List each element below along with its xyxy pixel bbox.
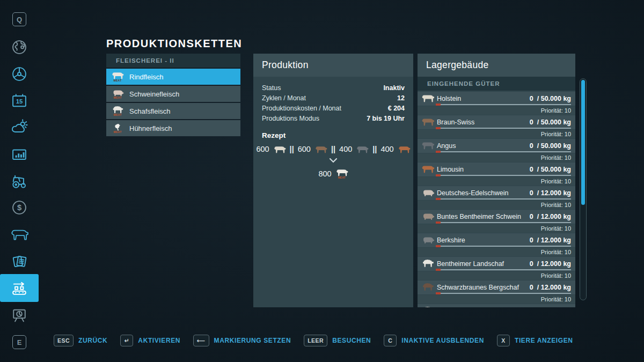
braunswiss-cow-icon bbox=[421, 117, 435, 127]
landschaf-sheep-icon bbox=[421, 259, 435, 268]
production-panel: Produktion StatusInaktiv Zyklen / Monat1… bbox=[253, 54, 413, 307]
weather-icon[interactable] bbox=[0, 114, 39, 141]
fill-bar bbox=[436, 175, 571, 176]
fill-level: 0 / 12.000 kg bbox=[530, 189, 571, 197]
storage-row-angus[interactable]: Angus 0 / 50.000 kg Priorität: 10 bbox=[418, 139, 575, 162]
enter-key: ↵ bbox=[120, 335, 133, 346]
priority-label: Priorität: 10 bbox=[541, 296, 571, 302]
incoming-goods-header: EINGEHENDE GÜTER bbox=[418, 77, 575, 91]
production-panel-header: Produktion bbox=[253, 54, 413, 77]
animals-icon[interactable] bbox=[0, 221, 39, 248]
chain-item-rindfleisch[interactable]: MEAT Rindfleisch bbox=[106, 69, 240, 85]
angus-cow-icon bbox=[421, 141, 435, 150]
storage-row-buntes-bentheimer[interactable]: Buntes Bentheimer Schwein 0 / 12.000 kg … bbox=[418, 210, 575, 233]
storage-row-berkshire[interactable]: Berkshire 0 / 12.000 kg Priorität: 10 bbox=[418, 233, 575, 256]
storage-row-holstein[interactable]: Holstein 0 / 50.000 kg Priorität: 10 bbox=[418, 92, 575, 115]
tractor-icon[interactable] bbox=[0, 168, 39, 195]
bergschaf-sheep-icon bbox=[421, 283, 435, 292]
recipe-inputs: 600 || 600 || 400 || 400 bbox=[253, 145, 413, 153]
storage-row-deutsches-edelschwein[interactable]: Deutsches-Edelschwein 0 / 12.000 kg Prio… bbox=[418, 186, 575, 209]
statistics-icon[interactable] bbox=[0, 141, 39, 168]
cow-meat-icon: MEAT bbox=[111, 71, 125, 82]
storage-row-steinschaf[interactable]: Alpines Steinschaf 0 / 12.000 kg Priorit… bbox=[418, 304, 575, 307]
svg-text:15: 15 bbox=[16, 98, 23, 105]
backspace-key: ⟵ bbox=[193, 335, 209, 346]
info-row-modus: Produktions Modus7 bis 19 Uhr bbox=[262, 114, 405, 124]
storage-scrollbar[interactable] bbox=[580, 78, 587, 300]
holstein-cow-icon bbox=[421, 94, 435, 103]
production-chain-list: FLEISCHEREI - II MEAT Rindfleisch MEAT S… bbox=[106, 54, 240, 136]
braunswiss-cow-icon bbox=[314, 145, 327, 153]
pig-meat-icon: MEAT bbox=[111, 88, 125, 99]
map-icon[interactable] bbox=[0, 34, 39, 61]
back-button[interactable]: ESC ZURÜCK bbox=[54, 335, 107, 346]
priority-label: Priorität: 10 bbox=[541, 178, 571, 184]
production-chains-icon[interactable] bbox=[0, 274, 39, 302]
recipe-output: 800 MEAT bbox=[253, 168, 413, 179]
chicken-meat-icon: MEAT bbox=[111, 123, 125, 134]
esc-key: ESC bbox=[54, 335, 74, 346]
fill-level: 0 / 12.000 kg bbox=[530, 284, 571, 291]
fill-bar bbox=[436, 222, 571, 223]
visit-button[interactable]: LEER BESUCHEN bbox=[304, 335, 371, 346]
storage-row-schwarzbraunes-bergschaf[interactable]: Schwarzbraunes Bergschaf 0 / 12.000 kg P… bbox=[418, 280, 575, 304]
show-animals-button[interactable]: X TIERE ANZEIGEN bbox=[497, 335, 573, 346]
info-row-status: StatusInaktiv bbox=[262, 83, 405, 93]
q-key-icon[interactable]: Q bbox=[0, 6, 39, 33]
page-title: PRODUKTIONSKETTEN bbox=[106, 38, 242, 50]
scrollbar-thumb[interactable] bbox=[581, 80, 585, 205]
sheep-meat-icon: MEAT bbox=[111, 106, 125, 116]
angus-cow-icon bbox=[356, 145, 369, 153]
storage-row-limousin[interactable]: Limousin 0 / 50.000 kg Priorität: 10 bbox=[418, 162, 575, 186]
calendar-icon[interactable]: 15 bbox=[0, 87, 39, 114]
fill-level: 0 / 50.000 kg bbox=[530, 95, 571, 102]
chain-item-schweinefleisch[interactable]: MEAT Schweinefleisch bbox=[106, 86, 240, 102]
activate-button[interactable]: ↵ AKTIVIEREN bbox=[120, 335, 180, 346]
c-key: C bbox=[384, 335, 397, 346]
priority-label: Priorität: 10 bbox=[541, 131, 571, 137]
fill-bar bbox=[436, 104, 571, 105]
finances-icon[interactable]: $ bbox=[0, 194, 39, 221]
priority-label: Priorität: 10 bbox=[541, 107, 571, 114]
bottom-bar: ESC ZURÜCK ↵ AKTIVIEREN ⟵ MARKIERUNG SET… bbox=[54, 335, 573, 346]
priority-label: Priorität: 10 bbox=[541, 272, 571, 279]
presentation-icon[interactable] bbox=[0, 302, 39, 329]
bentheimer-pig-icon bbox=[421, 212, 435, 221]
production-chains-screen: Q 15 $ bbox=[0, 0, 644, 362]
info-row-kosten: Produktionskosten / Monat€ 204 bbox=[262, 104, 405, 114]
fill-bar bbox=[436, 128, 571, 129]
set-marker-button[interactable]: ⟵ MARKIERUNG SETZEN bbox=[193, 335, 291, 346]
chevron-down-icon bbox=[253, 158, 413, 163]
fill-bar bbox=[436, 246, 571, 247]
fill-level: 0 / 12.000 kg bbox=[530, 237, 571, 244]
storage-panel: Lagergebäude EINGEHENDE GÜTER Holstein 0… bbox=[418, 54, 575, 307]
fill-level: 0 / 12.000 kg bbox=[530, 260, 571, 268]
fill-bar bbox=[436, 293, 571, 294]
fill-bar bbox=[436, 151, 571, 152]
chain-item-label: Rindfleisch bbox=[129, 73, 164, 81]
status-value: Inaktiv bbox=[383, 83, 405, 93]
fill-level: 0 / 50.000 kg bbox=[530, 142, 571, 150]
storage-row-braun-swiss[interactable]: Braun-Swiss 0 / 50.000 kg Priorität: 10 bbox=[418, 115, 575, 138]
contracts-icon[interactable] bbox=[0, 248, 39, 275]
chain-item-label: Hühnerfleisch bbox=[129, 124, 172, 132]
fill-level: 0 / 12.000 kg bbox=[530, 213, 571, 220]
fill-bar bbox=[436, 269, 571, 270]
chain-item-label: Schweinefleisch bbox=[129, 90, 179, 98]
recipe-title: Rezept bbox=[253, 124, 413, 139]
info-row-zyklen: Zyklen / Monat12 bbox=[262, 93, 405, 104]
storage-panel-header: Lagergebäude bbox=[418, 54, 575, 77]
x-key: X bbox=[497, 335, 510, 346]
meat-icon: MEAT bbox=[335, 168, 348, 179]
hide-inactive-button[interactable]: C INAKTIVE AUSBLENDEN bbox=[384, 335, 484, 346]
production-title: Produktion bbox=[262, 60, 309, 71]
space-key: LEER bbox=[304, 335, 327, 346]
fill-bar bbox=[436, 198, 571, 200]
chain-item-huehnerfleisch[interactable]: MEAT Hühnerfleisch bbox=[106, 120, 240, 136]
berkshire-pig-icon bbox=[421, 235, 435, 245]
facility-header: FLEISCHEREI - II bbox=[106, 54, 240, 68]
e-key-icon[interactable]: E bbox=[0, 329, 39, 356]
storage-row-bentheimer-landschaf[interactable]: Bentheimer Landschaf 0 / 12.000 kg Prior… bbox=[418, 257, 575, 280]
steering-wheel-icon[interactable] bbox=[0, 61, 39, 87]
chain-item-schafsfleisch[interactable]: MEAT Schafsfleisch bbox=[106, 103, 240, 119]
